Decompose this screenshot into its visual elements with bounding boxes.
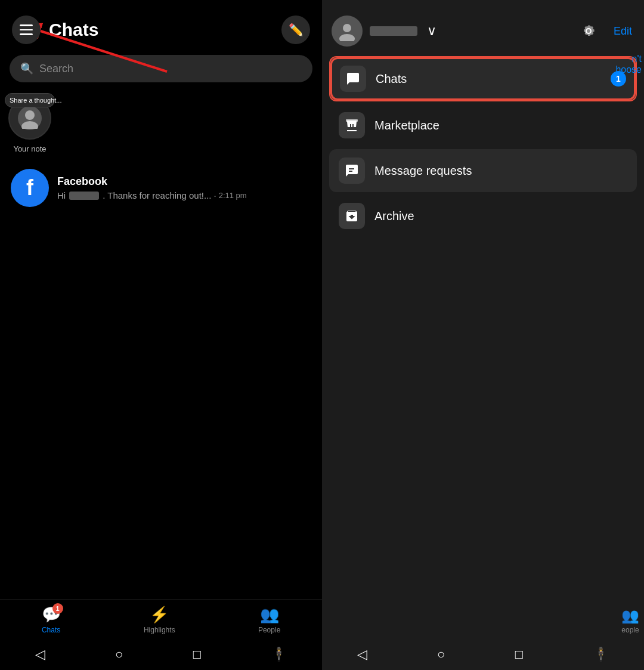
- chat-time: 2:11 pm: [219, 191, 247, 200]
- right-header: ∨ Edit: [322, 6, 644, 56]
- people-nav-label: People: [258, 626, 280, 634]
- menu-item-marketplace[interactable]: Marketplace: [329, 104, 637, 147]
- note-section[interactable]: Share a thought... Your note: [0, 92, 60, 163]
- right-panel: ∨ Edit Chats 1: [322, 0, 644, 670]
- right-edge-text: n't hoose: [615, 54, 644, 75]
- left-header: Chats ✏️: [0, 6, 322, 50]
- chat-preview: Hi . Thanks for reaching out!... · 2:11 …: [57, 190, 311, 200]
- svg-rect-6: [346, 119, 358, 122]
- redacted-name: [69, 192, 99, 200]
- accessibility-button-right[interactable]: 🕴: [593, 647, 609, 662]
- menu-list: Chats 1 Marketplace Message requests: [322, 56, 644, 237]
- home-button-right[interactable]: ○: [437, 647, 445, 662]
- preview-suffix: . Thanks for reaching out!...: [103, 190, 211, 200]
- svg-point-3: [21, 121, 38, 129]
- message-requests-icon: [339, 158, 365, 184]
- svg-point-4: [343, 24, 351, 32]
- partial-text-2: hoose: [615, 64, 642, 75]
- settings-button[interactable]: [575, 18, 602, 44]
- hamburger-icon: [20, 24, 33, 35]
- people-partial-label: eople: [621, 626, 639, 634]
- profile-person-icon: [337, 21, 357, 41]
- chat-info: Facebook Hi . Thanks for reaching out!..…: [57, 175, 311, 200]
- archive-box-icon: [345, 209, 359, 223]
- facebook-avatar: f: [11, 169, 49, 207]
- svg-point-5: [339, 34, 355, 41]
- edit-button[interactable]: Edit: [614, 25, 632, 38]
- bottom-nav: 💬 1 Chats ⚡ Highlights 👥 People: [0, 599, 322, 639]
- people-nav-icon: 👥: [260, 606, 279, 624]
- menu-button[interactable]: [12, 16, 41, 44]
- people-partial-icon: 👥: [621, 607, 639, 624]
- chats-nav-label: Chats: [42, 626, 60, 634]
- gear-icon: [580, 23, 597, 39]
- profile-avatar: [332, 16, 363, 47]
- chevron-down-icon[interactable]: ∨: [427, 23, 436, 39]
- search-bar[interactable]: 🔍 Search: [10, 55, 312, 82]
- nav-item-people[interactable]: 👥 People: [258, 606, 280, 634]
- chat-item-facebook[interactable]: f Facebook Hi . Thanks for reaching out!…: [6, 163, 316, 213]
- accessibility-button[interactable]: 🕴: [271, 647, 287, 662]
- profile-name-redacted: [370, 26, 417, 36]
- left-panel: Chats ✏️ 🔍 Search Share a thought... You…: [0, 0, 322, 670]
- recents-button[interactable]: □: [193, 647, 201, 662]
- right-people-partial: 👥 eople: [621, 607, 639, 634]
- recents-button-right[interactable]: □: [515, 647, 523, 662]
- android-nav-right: ◁ ○ □ 🕴: [322, 639, 644, 670]
- store-icon: [345, 118, 359, 132]
- menu-item-chats[interactable]: Chats 1: [329, 56, 637, 101]
- home-button[interactable]: ○: [115, 647, 123, 662]
- partial-text-1: n't: [615, 54, 642, 64]
- note-person-icon: [18, 106, 42, 130]
- back-button[interactable]: ◁: [35, 647, 45, 662]
- highlights-nav-label: Highlights: [144, 626, 175, 634]
- note-avatar: Share a thought...: [8, 97, 51, 140]
- person-silhouette-icon: [19, 107, 41, 129]
- search-icon: 🔍: [20, 62, 33, 75]
- pencil-icon: ✏️: [289, 23, 304, 37]
- marketplace-menu-icon: [339, 112, 365, 138]
- menu-item-archive[interactable]: Archive: [329, 194, 637, 237]
- chat-dot: ·: [214, 190, 216, 200]
- chats-menu-label: Chats: [376, 72, 407, 86]
- compose-button[interactable]: ✏️: [281, 16, 310, 44]
- chats-menu-icon: [340, 66, 366, 92]
- highlights-nav-icon: ⚡: [150, 606, 169, 624]
- comment-dots-icon: [345, 163, 359, 178]
- chats-nav-badge: 1: [52, 603, 63, 614]
- message-requests-label: Message requests: [374, 164, 472, 178]
- archive-menu-icon: [339, 203, 365, 229]
- nav-item-chats[interactable]: 💬 1 Chats: [42, 606, 61, 634]
- search-placeholder: Search: [39, 63, 73, 75]
- menu-item-message-requests[interactable]: Message requests: [329, 149, 637, 192]
- note-bubble: Share a thought...: [5, 93, 55, 107]
- archive-menu-label: Archive: [374, 209, 414, 223]
- note-label: Your note: [13, 144, 46, 153]
- chat-bubble-icon: [346, 72, 360, 86]
- preview-prefix: Hi: [57, 190, 66, 200]
- marketplace-menu-label: Marketplace: [374, 119, 439, 132]
- chat-name: Facebook: [57, 175, 311, 188]
- android-nav-left: ◁ ○ □ 🕴: [0, 639, 322, 670]
- chat-list: f Facebook Hi . Thanks for reaching out!…: [0, 163, 322, 213]
- back-button-right[interactable]: ◁: [357, 647, 367, 662]
- page-title: Chats: [49, 20, 281, 40]
- svg-point-2: [25, 110, 35, 120]
- nav-item-highlights[interactable]: ⚡ Highlights: [144, 606, 175, 634]
